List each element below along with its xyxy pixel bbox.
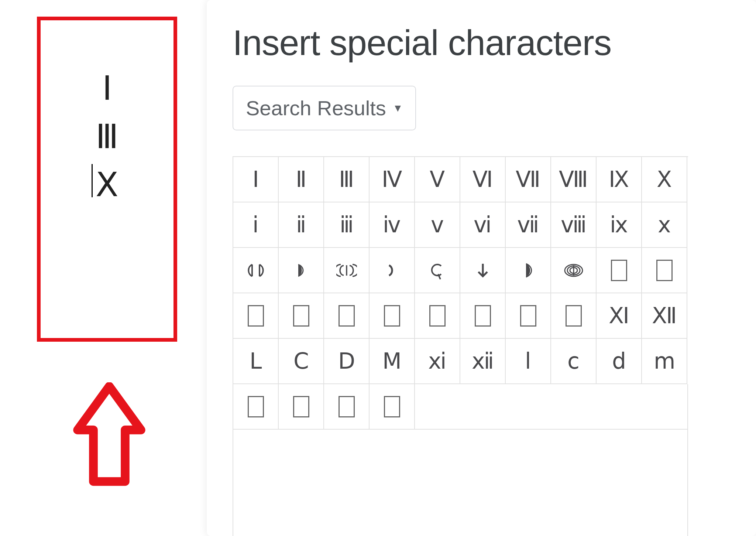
missing-glyph-icon [248, 305, 264, 327]
char-small-roman-numeral-one-thousand[interactable]: ⅿ [642, 339, 687, 384]
missing-glyph-icon [520, 305, 536, 327]
char-roman-numeral-two[interactable]: Ⅱ [279, 157, 324, 202]
char-small-roman-numeral-eight[interactable]: ⅷ [551, 202, 597, 248]
char-unknown-glyph-9[interactable] [506, 293, 551, 339]
missing-glyph-icon [248, 396, 264, 417]
missing-glyph-icon [293, 305, 309, 327]
missing-glyph-icon [566, 305, 582, 327]
missing-glyph-icon [611, 260, 627, 281]
char-unknown-glyph-3[interactable] [233, 293, 279, 339]
roman-numeral-five-thousand-icon [291, 260, 312, 281]
char-roman-numeral-reversed-hundred[interactable] [370, 248, 415, 293]
roman-numeral-one-hundred-thousand-icon [245, 260, 266, 281]
char-roman-numeral-ten-thousand[interactable] [324, 248, 370, 293]
char-roman-numeral-nine[interactable]: Ⅸ [597, 157, 642, 202]
char-unknown-glyph-12[interactable] [279, 384, 324, 430]
annotation-arrow-icon [69, 382, 150, 489]
missing-glyph-icon [429, 305, 446, 327]
char-roman-numeral-ten[interactable]: Ⅹ [642, 157, 687, 202]
char-unknown-glyph-2[interactable] [642, 248, 687, 293]
char-unknown-glyph-13[interactable] [324, 384, 370, 430]
grid-remainder [233, 430, 688, 536]
char-roman-numeral-six[interactable]: Ⅵ [460, 157, 506, 202]
char-unknown-glyph-14[interactable] [370, 384, 415, 430]
dialog-title: Insert special characters [233, 22, 756, 64]
char-small-roman-numeral-six[interactable]: ⅵ [460, 202, 506, 248]
doc-line-3: Ⅹ [41, 161, 173, 209]
char-unknown-glyph-10[interactable] [551, 293, 597, 339]
roman-numeral-reversed-hundred-icon [382, 260, 402, 281]
char-unknown-glyph-5[interactable] [324, 293, 370, 339]
char-small-roman-numeral-eleven[interactable]: ⅺ [415, 339, 460, 384]
char-roman-siliqua-sign[interactable] [415, 248, 460, 293]
char-roman-numeral-five[interactable]: Ⅴ [415, 157, 460, 202]
missing-glyph-icon [656, 260, 673, 281]
char-unknown-glyph-6[interactable] [370, 293, 415, 339]
roman-siliqua-sign-icon [427, 260, 448, 281]
document-preview[interactable]: Ⅰ Ⅲ Ⅹ [37, 17, 177, 342]
char-small-roman-numeral-four[interactable]: ⅳ [370, 202, 415, 248]
char-roman-numeral-one-hundred-thousand[interactable] [233, 248, 279, 293]
char-small-roman-numeral-three[interactable]: ⅲ [324, 202, 370, 248]
roman-numeral-ten-thousand-icon [336, 260, 357, 281]
char-small-roman-numeral-ten[interactable]: ⅹ [642, 202, 687, 248]
missing-glyph-icon [293, 396, 309, 417]
char-unknown-glyph-4[interactable] [279, 293, 324, 339]
char-roman-numeral-one-thousand[interactable]: Ⅿ [370, 339, 415, 384]
char-roman-numeral-five-thousand[interactable] [279, 248, 324, 293]
char-roman-numeral-one-hundred[interactable]: Ⅽ [279, 339, 324, 384]
chevron-down-icon: ▼ [393, 102, 403, 114]
char-roman-numeral-one[interactable]: Ⅰ [233, 157, 279, 202]
char-unknown-glyph-7[interactable] [415, 293, 460, 339]
special-characters-dialog: Insert special characters Search Results… [207, 0, 756, 536]
missing-glyph-icon [339, 305, 355, 327]
char-small-roman-numeral-nine[interactable]: ⅸ [597, 202, 642, 248]
char-small-roman-numeral-one[interactable]: ⅰ [233, 202, 279, 248]
char-unknown-glyph-1[interactable] [597, 248, 642, 293]
category-dropdown-label: Search Results [246, 96, 386, 120]
missing-glyph-icon [384, 305, 400, 327]
missing-glyph-icon [339, 396, 355, 417]
char-unknown-glyph-11[interactable] [233, 384, 279, 430]
char-roman-numeral-three[interactable]: Ⅲ [324, 157, 370, 202]
roman-numeral-one-hundred-thousand-alt-icon [563, 260, 584, 281]
char-small-roman-numeral-five-hundred[interactable]: ⅾ [597, 339, 642, 384]
char-small-roman-numeral-one-hundred[interactable]: ⅽ [551, 339, 597, 384]
text-cursor [92, 164, 93, 197]
char-roman-numeral-eight[interactable]: Ⅷ [551, 157, 597, 202]
roman-quinarius-sign-icon [472, 260, 493, 281]
char-roman-numeral-twelve[interactable]: Ⅻ [642, 293, 687, 339]
char-small-roman-numeral-five[interactable]: ⅴ [415, 202, 460, 248]
char-roman-numeral-fifty-thousand[interactable] [506, 248, 551, 293]
grid-empty-area [415, 384, 688, 430]
char-roman-numeral-eleven[interactable]: Ⅺ [597, 293, 642, 339]
missing-glyph-icon [384, 396, 400, 417]
char-small-roman-numeral-seven[interactable]: ⅶ [506, 202, 551, 248]
char-roman-numeral-five-hundred[interactable]: Ⅾ [324, 339, 370, 384]
char-roman-numeral-seven[interactable]: Ⅶ [506, 157, 551, 202]
char-unknown-glyph-8[interactable] [460, 293, 506, 339]
character-grid: ⅠⅡⅢⅣⅤⅥⅦⅧⅨⅩⅰⅱⅲⅳⅴⅵⅶⅷⅸⅹⅪⅫⅬⅭⅮⅯⅺⅻⅼⅽⅾⅿ [233, 156, 688, 536]
char-small-roman-numeral-two[interactable]: ⅱ [279, 202, 324, 248]
doc-line-1: Ⅰ [41, 65, 173, 113]
doc-line-2: Ⅲ [41, 113, 173, 161]
roman-numeral-fifty-thousand-icon [518, 260, 539, 281]
char-small-roman-numeral-fifty[interactable]: ⅼ [506, 339, 551, 384]
char-roman-numeral-fifty[interactable]: Ⅼ [233, 339, 279, 384]
char-roman-numeral-four[interactable]: Ⅳ [370, 157, 415, 202]
char-roman-numeral-one-hundred-thousand-alt[interactable] [551, 248, 597, 293]
char-small-roman-numeral-twelve[interactable]: ⅻ [460, 339, 506, 384]
category-dropdown[interactable]: Search Results ▼ [233, 86, 416, 130]
missing-glyph-icon [475, 305, 491, 327]
char-roman-quinarius-sign[interactable] [460, 248, 506, 293]
